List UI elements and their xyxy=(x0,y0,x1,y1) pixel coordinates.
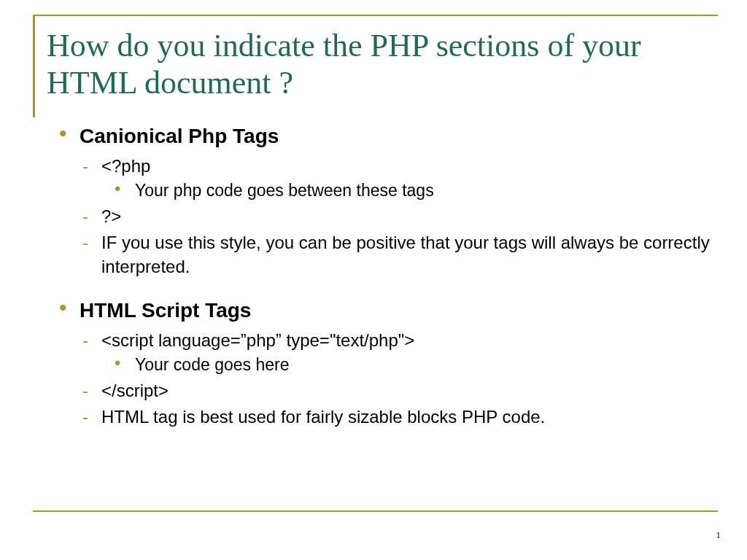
section-heading: Canionical Php Tags xyxy=(80,123,718,149)
item-text: <script language=”php” type="text/php"> xyxy=(101,330,414,350)
list-item: HTML tag is best used for fairly sizable… xyxy=(80,405,718,429)
list-item: IF you use this style, you can be positi… xyxy=(80,231,718,279)
sub-sub-list: Your code goes here xyxy=(101,354,718,376)
list-item: </script> xyxy=(80,379,718,402)
page-number: 1 xyxy=(716,529,721,541)
title-accent-bar xyxy=(33,16,35,117)
list-item: ?> xyxy=(80,205,718,228)
section-item: HTML Script Tags <script language=”php” … xyxy=(55,298,718,429)
bullet-list: HTML Script Tags <script language=”php” … xyxy=(55,298,718,429)
section-heading: HTML Script Tags xyxy=(80,298,718,324)
list-item: <script language=”php” type="text/php"> … xyxy=(80,329,718,376)
sub-list: <?php Your php code goes between these t… xyxy=(80,155,718,279)
list-item: <?php Your php code goes between these t… xyxy=(80,155,718,202)
slide-content: Canionical Php Tags <?php Your php code … xyxy=(33,117,718,429)
sub-list: <script language=”php” type="text/php"> … xyxy=(80,329,718,429)
slide-title: How do you indicate the PHP sections of … xyxy=(47,16,718,117)
section-item: Canionical Php Tags <?php Your php code … xyxy=(55,123,718,279)
title-block: How do you indicate the PHP sections of … xyxy=(33,16,718,117)
bottom-rule xyxy=(33,510,718,512)
item-text: <?php xyxy=(101,156,150,176)
list-item: Your code goes here xyxy=(101,354,718,376)
spacer xyxy=(55,283,718,298)
sub-sub-list: Your php code goes between these tags xyxy=(101,179,718,202)
bullet-list: Canionical Php Tags <?php Your php code … xyxy=(55,123,718,279)
list-item: Your php code goes between these tags xyxy=(101,179,718,202)
slide-frame: How do you indicate the PHP sections of … xyxy=(33,15,718,434)
